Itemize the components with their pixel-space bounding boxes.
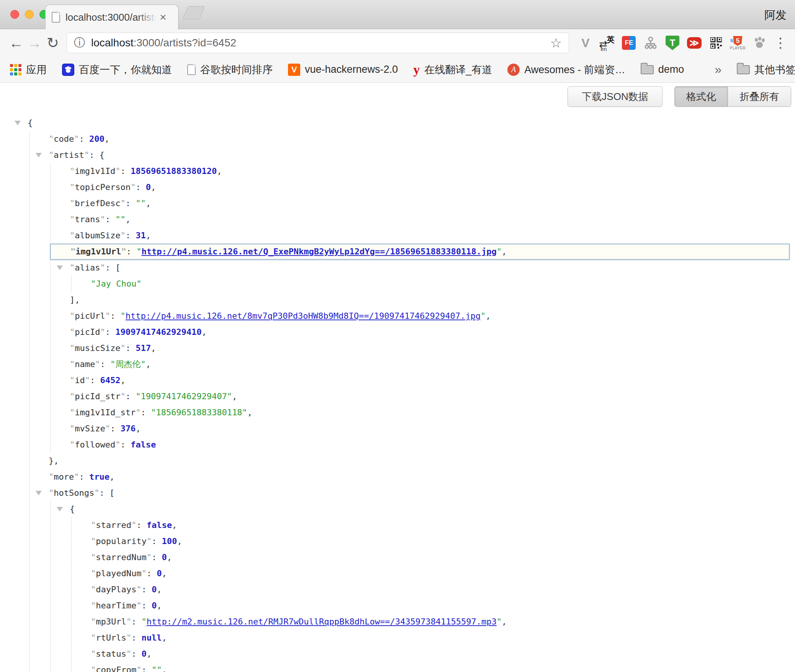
json-key-quote: " [94,488,99,498]
address-bar[interactable]: ⓘ localhost :3000/artists?id=6452 ☆ [67,33,569,53]
json-line: "picId": 19097417462929410, [0,324,795,340]
json-line-content: "copyFrom": "", [91,662,167,672]
bookmark-label: 谷歌按时间排序 [200,63,273,77]
json-key-quote: " [136,585,141,594]
json-key-quote: " [70,311,75,321]
collapse-arrow-icon[interactable] [36,491,42,495]
indent-guide [50,195,66,211]
indent-guide [29,565,45,582]
translate-icon[interactable]: 英⇄en [599,34,616,52]
bookmark-apps[interactable]: 应用 [10,63,47,77]
reload-icon[interactable]: ↻ [44,36,62,50]
json-punctuation: , [247,408,252,417]
vysor-icon[interactable]: V [577,34,594,52]
json-punctuation: : [110,311,121,321]
json-key-quote: " [147,552,152,562]
json-number: false [131,440,156,449]
json-punctuation: : [141,585,152,594]
chrome-menu-icon[interactable]: ⋮ [773,35,788,51]
indent-guide [29,469,45,485]
bookmark-item[interactable]: y在线翻译_有道 [413,63,492,77]
json-punctuation: : [126,392,136,401]
indent-guide [50,598,66,614]
json-line: "mvSize": 376, [0,421,795,437]
bookmark-label: 在线翻译_有道 [424,63,492,77]
tab-title-fade [137,11,157,23]
json-line-content: "starred": false, [91,517,177,533]
titlebar: localhost:3000/artists?id=645 × 阿发 [0,0,795,29]
apps-grid-cell [14,68,17,71]
json-line: ], [0,292,795,308]
html5-player-icon[interactable]: s5PLAYER [729,34,746,52]
json-punctuation: , [151,343,156,353]
apps-grid-cell [14,72,17,75]
bookmarks-overflow-chevron[interactable]: » [715,62,721,77]
bookmark-star-icon[interactable]: ☆ [550,35,562,51]
bookmark-other-bookmarks[interactable]: 其他书签 [737,63,795,77]
paw-icon[interactable] [751,34,768,52]
profile-name[interactable]: 阿发 [764,8,787,23]
new-tab-button[interactable] [183,6,205,19]
tab-close-icon[interactable]: × [160,11,167,23]
minimize-window-button[interactable] [25,10,34,19]
json-punctuation: }, [49,456,59,465]
qrcode-icon[interactable] [708,34,725,52]
sitemap-icon[interactable] [642,34,659,52]
format-button[interactable]: 格式化 [675,87,728,107]
close-window-button[interactable] [10,10,19,19]
json-key-quote: " [131,520,136,530]
json-string: "" [115,215,126,224]
tampermonkey-icon[interactable]: T [664,34,681,52]
indent-guide [29,244,45,260]
apps-grid-cell [10,68,13,71]
collapse-all-button[interactable]: 折叠所有 [728,87,791,107]
fehelper-icon[interactable]: FE [620,34,637,52]
json-punctuation: , [146,231,151,240]
indent-guide [29,276,45,292]
json-link[interactable]: http://m2.music.126.net/RMJR7wDullRqppBk… [147,617,497,626]
json-punctuation: , [502,617,507,626]
indent-guide [50,421,66,437]
collapse-arrow-icon[interactable] [57,266,63,270]
json-link[interactable]: http://p4.music.126.net/8mv7qP30Pd3oHW8b… [126,311,481,321]
bookmark-item[interactable]: demo [641,64,684,75]
json-link[interactable]: http://p4.music.126.net/Q_ExePNkmgB2yWyL… [141,247,496,256]
bookmark-item[interactable]: 百度一下，你就知道 [62,63,172,77]
bookmark-item[interactable]: 谷歌按时间排序 [187,63,273,77]
indent-guide [50,582,66,598]
bookmark-item[interactable]: AAwesomes - 前端资… [507,63,625,77]
json-key-quote: " [70,424,75,433]
bookmark-item[interactable]: Vvue-hackernews-2.0 [288,64,398,76]
collapse-arrow-icon[interactable] [36,153,42,157]
page-info-icon[interactable]: ⓘ [74,35,85,51]
json-number: 0 [162,552,167,562]
json-punctuation: : [105,327,116,337]
collapse-arrow-icon[interactable] [57,507,63,511]
browser-tab[interactable]: localhost:3000/artists?id=645 × [45,5,178,30]
indent-guide [50,308,66,324]
forward-icon[interactable]: → [25,36,44,50]
json-key-quote: " [49,472,54,482]
download-json-button[interactable]: 下载JSON数据 [568,86,662,107]
json-punctuation: : [ [99,488,115,498]
bookmark-label: 应用 [26,63,47,77]
json-key-quote: " [49,134,54,144]
tab-title: localhost:3000/artists?id=645 [65,11,157,23]
apps-grid-icon [10,64,21,75]
json-punctuation: , [157,585,162,594]
bookmark-label: demo [658,64,684,75]
json-punctuation: : [126,231,136,240]
video-download-icon[interactable]: ≫ [686,34,703,52]
indent-guide [29,421,45,437]
json-punctuation: : [131,633,142,642]
json-line: "popularity": 100, [0,533,795,549]
json-punctuation: : [120,440,131,449]
json-line-content: }, [49,453,59,469]
collapse-arrow-icon[interactable] [15,121,21,125]
json-line-content: "starredNum": 0, [91,549,172,565]
json-line: "playedNum": 0, [0,565,795,582]
indent-guide [71,517,87,533]
back-icon[interactable]: ← [7,36,25,50]
json-line-content: "picUrl": "http://p4.music.126.net/8mv7q… [70,308,491,324]
apps-grid-cell [10,64,13,67]
